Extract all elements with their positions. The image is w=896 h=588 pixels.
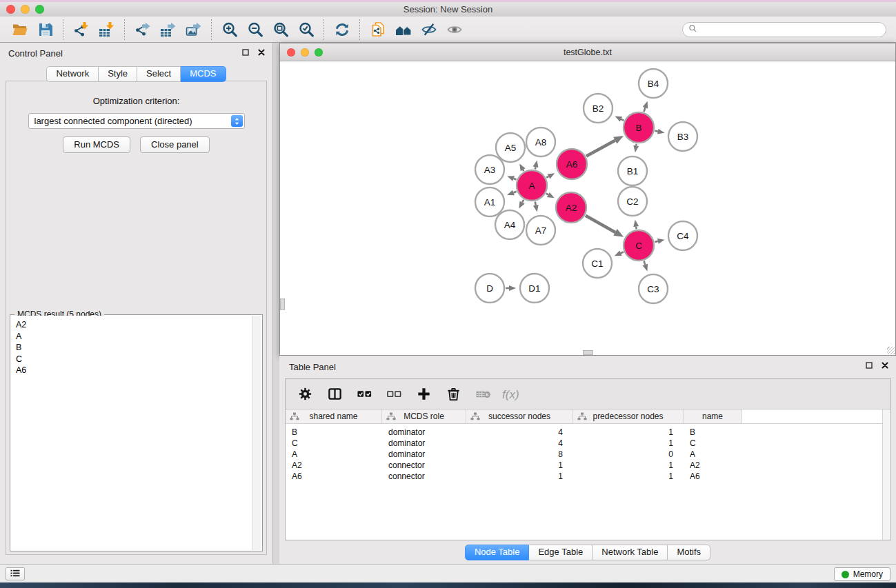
graph-edge-B-B4[interactable] — [644, 108, 645, 112]
graph-node-C3[interactable]: C3 — [639, 274, 668, 303]
graph-edge-B-B2[interactable] — [621, 119, 624, 121]
close-view-button[interactable] — [287, 48, 295, 57]
graph-node-A2[interactable]: A2 — [556, 192, 586, 223]
column-header-MCDS-role[interactable]: MCDS role — [382, 409, 466, 423]
import-network-button[interactable] — [68, 19, 94, 41]
result-scrollbar-track[interactable] — [252, 316, 261, 550]
save-session-button[interactable] — [32, 19, 58, 41]
tab-edge-table[interactable]: Edge Table — [529, 545, 593, 560]
minimize-view-button[interactable] — [301, 48, 309, 57]
add-row-button[interactable] — [411, 383, 436, 406]
tab-select[interactable]: Select — [137, 66, 181, 82]
float-panel-icon[interactable] — [241, 48, 250, 57]
graph-node-D[interactable]: D — [475, 274, 504, 303]
graph-edge-A-A5[interactable] — [523, 170, 524, 171]
import-table-button[interactable] — [94, 19, 119, 41]
tab-mcds[interactable]: MCDS — [181, 66, 226, 82]
minimize-window-button[interactable] — [21, 5, 30, 14]
tab-style[interactable]: Style — [99, 66, 137, 82]
graph-node-B4[interactable]: B4 — [639, 69, 668, 98]
column-header-name[interactable]: name — [684, 409, 742, 423]
close-window-button[interactable] — [6, 5, 15, 14]
tab-network-table[interactable]: Network Table — [593, 545, 668, 560]
select-all-button[interactable] — [352, 383, 377, 406]
graph-node-C4[interactable]: C4 — [668, 221, 697, 250]
zoom-out-button[interactable] — [242, 19, 268, 41]
graph-node-B3[interactable]: B3 — [668, 122, 697, 151]
table-row[interactable]: Adominator80A — [286, 449, 890, 460]
vertical-scrollbar-thumb[interactable] — [280, 298, 285, 310]
optimization-criterion-select[interactable]: largest connected component (directed) — [28, 113, 245, 129]
table-row[interactable]: Bdominator41B — [286, 427, 890, 438]
graph-node-C2[interactable]: C2 — [618, 187, 647, 216]
delete-row-button[interactable] — [441, 383, 466, 406]
graph-edge-C-C3[interactable] — [644, 261, 646, 265]
tab-motifs[interactable]: Motifs — [668, 545, 710, 560]
graph-node-C[interactable]: C — [624, 230, 654, 261]
graph-edge-A-A8[interactable] — [535, 167, 536, 169]
window-titlebar[interactable]: Session: New Session — [0, 2, 896, 17]
settings-button[interactable] — [292, 383, 317, 406]
tab-node-table[interactable]: Node Table — [465, 545, 530, 560]
mcds-result-item[interactable]: A — [16, 331, 251, 343]
column-header-successor-nodes[interactable]: successor nodes — [466, 409, 573, 423]
graph-node-A7[interactable]: A7 — [526, 216, 555, 245]
run-mcds-button[interactable]: Run MCDS — [63, 136, 130, 153]
graph-node-D1[interactable]: D1 — [520, 274, 549, 303]
graph-edge-B-B3[interactable] — [655, 131, 658, 132]
export-image-button[interactable] — [181, 19, 206, 41]
close-panel-icon[interactable] — [257, 48, 266, 57]
horizontal-scrollbar-thumb[interactable] — [583, 350, 593, 355]
graph-node-B1[interactable]: B1 — [618, 156, 647, 185]
show-all-button[interactable] — [441, 19, 467, 41]
graph-node-A5[interactable]: A5 — [496, 133, 525, 162]
zoom-view-button[interactable] — [315, 48, 323, 57]
graph-edge-A-A3[interactable] — [514, 179, 517, 179]
mcds-result-item[interactable]: B — [16, 342, 251, 354]
search-box[interactable] — [682, 22, 886, 37]
graph-edge-A6-B[interactable] — [586, 141, 615, 156]
graph-node-C1[interactable]: C1 — [583, 249, 612, 278]
network-canvas[interactable]: B4B2BB3A8A5A6B1A3AA1C2A2A4A7C4CC1C3DD1 — [280, 62, 895, 355]
table-row[interactable]: A2connector11A2 — [286, 460, 890, 471]
export-table-button[interactable] — [155, 19, 181, 41]
graph-node-A[interactable]: A — [517, 170, 547, 201]
search-input[interactable] — [701, 25, 880, 34]
clone-network-button[interactable] — [365, 19, 390, 41]
graph-edge-C-C2[interactable] — [636, 227, 637, 230]
zoom-selected-button[interactable] — [293, 19, 319, 41]
graph-node-B2[interactable]: B2 — [584, 94, 613, 123]
graph-node-B[interactable]: B — [624, 112, 654, 143]
export-network-button[interactable] — [130, 19, 155, 41]
column-header-predecessor-nodes[interactable]: predecessor nodes — [573, 409, 684, 423]
refresh-layout-button[interactable] — [329, 19, 355, 41]
graph-edge-A-A4[interactable] — [522, 200, 524, 203]
hide-selected-button[interactable] — [416, 19, 441, 41]
graph-node-A3[interactable]: A3 — [475, 155, 504, 184]
table-row[interactable]: Cdominator41C — [286, 438, 890, 449]
deselect-all-button[interactable] — [381, 383, 406, 406]
mcds-result-item[interactable]: C — [16, 354, 251, 365]
table-row[interactable]: A6connector11A6 — [286, 471, 890, 482]
zoom-fit-button[interactable] — [268, 19, 293, 41]
graph-edge-C-C4[interactable] — [655, 241, 657, 242]
graph-node-A6[interactable]: A6 — [557, 149, 587, 179]
close-panel-icon[interactable] — [881, 361, 889, 369]
float-panel-icon[interactable] — [865, 361, 873, 369]
task-history-button[interactable] — [6, 567, 25, 580]
graph-edge-C-C1[interactable] — [621, 252, 624, 254]
memory-button[interactable]: Memory — [834, 567, 890, 581]
zoom-in-button[interactable] — [217, 19, 242, 41]
open-session-button[interactable] — [7, 19, 32, 41]
split-columns-button[interactable] — [322, 383, 347, 406]
zoom-window-button[interactable] — [35, 5, 44, 14]
graph-node-A8[interactable]: A8 — [526, 128, 555, 156]
resize-grip[interactable] — [887, 347, 895, 354]
graph-edge-A-A6[interactable] — [546, 176, 548, 178]
network-window-titlebar[interactable]: testGlobe.txt — [280, 43, 895, 61]
close-panel-button[interactable]: Close panel — [140, 136, 210, 153]
graph-edge-A-A2[interactable] — [546, 194, 548, 195]
first-neighbors-button[interactable] — [390, 19, 416, 41]
tab-network[interactable]: Network — [46, 66, 99, 82]
mcds-result-item[interactable]: A2 — [16, 319, 251, 331]
